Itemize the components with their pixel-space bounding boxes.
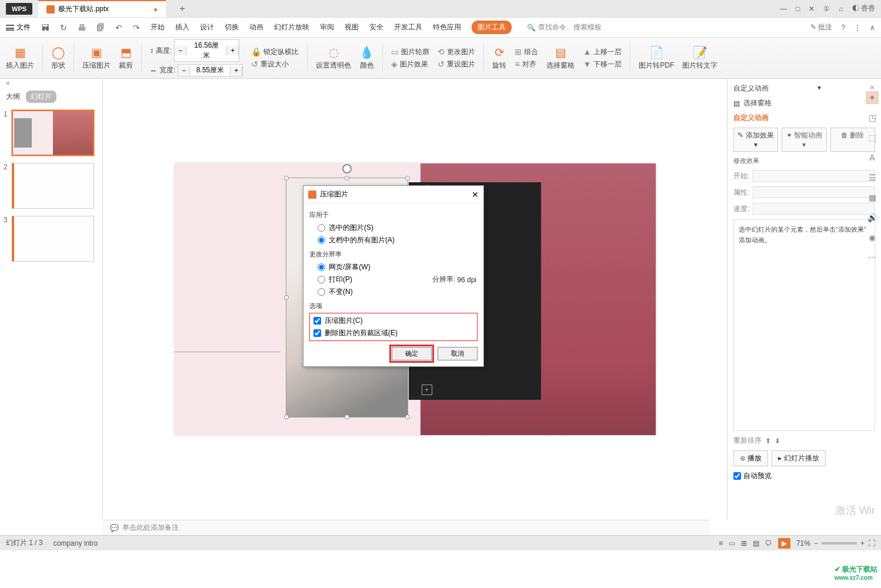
resize-handle[interactable] bbox=[345, 415, 349, 419]
side-tab-3[interactable]: ⬚ bbox=[866, 131, 879, 144]
side-tab-5[interactable]: ☰ bbox=[866, 171, 879, 184]
side-tab-sound[interactable]: 🔊 bbox=[866, 211, 879, 224]
menu-devtools[interactable]: 开发工具 bbox=[394, 22, 422, 32]
speed-select[interactable] bbox=[753, 203, 875, 215]
move-down-icon[interactable]: ⬇ bbox=[775, 437, 780, 445]
side-tab-9[interactable]: ⋯ bbox=[866, 251, 879, 264]
slide-thumb-2[interactable]: 2 bbox=[4, 163, 99, 209]
resize-handle[interactable] bbox=[405, 176, 410, 181]
annotate-button[interactable]: ✎ 批注 bbox=[810, 22, 832, 32]
menu-special[interactable]: 特色应用 bbox=[433, 22, 461, 32]
save-icon[interactable]: 🖬 bbox=[41, 23, 49, 32]
zoom-in-button[interactable]: + bbox=[860, 539, 865, 547]
menu-design[interactable]: 设计 bbox=[200, 22, 214, 32]
outline-button[interactable]: ▭图片轮廓 bbox=[391, 47, 429, 57]
side-tab-2[interactable]: ◳ bbox=[866, 111, 879, 124]
notes-toggle-icon[interactable]: ≡ bbox=[719, 539, 723, 547]
resize-handle[interactable] bbox=[284, 415, 289, 419]
start-select[interactable] bbox=[753, 170, 875, 182]
slideshow-start-icon[interactable]: ▶ bbox=[778, 538, 790, 549]
zoom-in-icon[interactable]: + bbox=[422, 385, 432, 395]
refresh-icon[interactable]: ↻ bbox=[60, 23, 67, 32]
reset-picture-button[interactable]: ↺重设图片 bbox=[438, 59, 475, 69]
resize-handle[interactable] bbox=[284, 176, 289, 181]
radio-all[interactable]: 文档中的所有图片(A) bbox=[309, 234, 478, 246]
fit-icon[interactable]: ⛶ bbox=[868, 539, 875, 547]
collapse-thumbs-icon[interactable]: « bbox=[0, 79, 102, 87]
height-input[interactable]: −16.56厘米+ bbox=[174, 39, 239, 62]
side-tab-8[interactable]: ◉ bbox=[866, 231, 879, 244]
side-tab-image[interactable]: ▦ bbox=[866, 191, 879, 204]
view-sorter-icon[interactable]: ⊞ bbox=[741, 539, 747, 547]
group-button[interactable]: ⊞组合 bbox=[515, 47, 538, 57]
send-backward-button[interactable]: ▼下移一层 bbox=[583, 59, 622, 69]
help-icon[interactable]: ? bbox=[841, 24, 845, 32]
window-max-icon[interactable]: □ bbox=[796, 5, 800, 13]
menu-view[interactable]: 视图 bbox=[345, 22, 359, 32]
align-button[interactable]: ≡对齐 bbox=[515, 59, 538, 69]
resize-handle[interactable] bbox=[405, 415, 410, 419]
to-text-button[interactable]: 📝图片转文字 bbox=[682, 45, 718, 71]
search-box[interactable]: 🔍 查找命令、搜索模板 bbox=[527, 22, 602, 32]
selection-pane-button[interactable]: ▤选择窗格 bbox=[546, 45, 575, 71]
menu-picture-tools[interactable]: 图片工具 bbox=[472, 21, 512, 34]
radio-selected[interactable]: 选中的图片(S) bbox=[309, 222, 478, 234]
dropdown-icon[interactable]: ▾ bbox=[817, 83, 821, 93]
document-tab[interactable]: 极光下载站.pptx ● bbox=[38, 0, 166, 17]
notes-bar[interactable]: 💬单击此处添加备注 bbox=[103, 520, 709, 535]
print-preview-icon[interactable]: 🗐 bbox=[96, 23, 105, 32]
gift-icon[interactable]: ⌂ bbox=[839, 5, 843, 13]
print-icon[interactable]: 🖶 bbox=[78, 23, 86, 32]
rotate-button[interactable]: ⟳旋转 bbox=[492, 45, 506, 71]
insert-picture-button[interactable]: ▦插入图片 bbox=[6, 45, 34, 71]
redo-icon[interactable]: ↷ bbox=[133, 23, 140, 32]
slideshow-button[interactable]: ▸ 幻灯片播放 bbox=[772, 450, 825, 466]
menu-slideshow[interactable]: 幻灯片放映 bbox=[274, 22, 309, 32]
property-select[interactable] bbox=[753, 186, 875, 198]
view-normal-icon[interactable]: ▭ bbox=[729, 539, 735, 547]
collapse-ribbon-icon[interactable]: ∧ bbox=[870, 24, 875, 32]
window-close-icon[interactable]: ✕ bbox=[809, 5, 815, 13]
side-tab-font[interactable]: A bbox=[866, 151, 879, 164]
zoom-slider[interactable] bbox=[822, 542, 857, 544]
side-tab-anim[interactable]: ✦ bbox=[866, 91, 879, 104]
bring-forward-button[interactable]: ▲上移一层 bbox=[583, 47, 622, 57]
zoom-out-button[interactable]: − bbox=[814, 539, 818, 547]
menu-transition[interactable]: 切换 bbox=[225, 22, 239, 32]
dialog-close-icon[interactable]: ✕ bbox=[472, 190, 479, 199]
add-effect-button[interactable]: ✎ 添加效果 ▾ bbox=[733, 128, 778, 152]
menu-insert[interactable]: 插入 bbox=[175, 22, 189, 32]
slide-thumb-1[interactable]: 1 bbox=[4, 110, 99, 156]
to-pdf-button[interactable]: 📄图片转PDF bbox=[639, 45, 674, 71]
more-icon[interactable]: ⋮ bbox=[854, 24, 861, 32]
change-picture-button[interactable]: ⟲更改图片 bbox=[438, 47, 475, 57]
play-button[interactable]: ⊙ 播放 bbox=[733, 450, 768, 466]
shapes-button[interactable]: ◯形状 bbox=[51, 45, 65, 71]
radio-web[interactable]: 网页/屏幕(W) bbox=[309, 261, 478, 273]
auto-preview-checkbox[interactable]: 自动预览 bbox=[733, 471, 875, 481]
radio-none[interactable]: 不变(N) bbox=[309, 286, 478, 298]
crop-button[interactable]: ⬒裁剪 bbox=[119, 45, 133, 71]
radio-print[interactable]: 打印(P) bbox=[309, 273, 352, 286]
cancel-button[interactable]: 取消 bbox=[438, 347, 478, 360]
slides-tab[interactable]: 幻灯片 bbox=[26, 91, 56, 103]
slide-thumb-3[interactable]: 3 bbox=[4, 216, 99, 262]
undo-icon[interactable]: ↶ bbox=[115, 23, 122, 32]
menu-animation[interactable]: 动画 bbox=[249, 22, 263, 32]
new-tab-button[interactable]: + bbox=[175, 4, 189, 14]
check-compress[interactable]: 压缩图片(C) bbox=[313, 315, 473, 327]
file-menu[interactable]: 文件 bbox=[6, 22, 31, 32]
ok-button[interactable]: 确定 bbox=[392, 347, 432, 360]
rotate-handle[interactable] bbox=[342, 164, 352, 173]
check-delete-crop[interactable]: 删除图片的剪裁区域(E) bbox=[313, 327, 473, 339]
move-up-icon[interactable]: ⬆ bbox=[765, 437, 771, 445]
transparency-button[interactable]: ◌设置透明色 bbox=[316, 45, 351, 71]
effect-button[interactable]: ◈图片效果 bbox=[391, 59, 429, 69]
lock-aspect-button[interactable]: 🔒锁定纵横比 bbox=[251, 47, 299, 57]
view-reading-icon[interactable]: ▤ bbox=[753, 539, 759, 547]
view-comment-icon[interactable]: 🗩 bbox=[765, 539, 772, 547]
resize-handle[interactable] bbox=[345, 176, 349, 181]
selection-pane-link[interactable]: ▤选择窗格 bbox=[733, 98, 875, 108]
user-avatar[interactable]: ◐ 香香 bbox=[852, 4, 875, 14]
reset-size-button[interactable]: ↺重设大小 bbox=[251, 59, 299, 69]
